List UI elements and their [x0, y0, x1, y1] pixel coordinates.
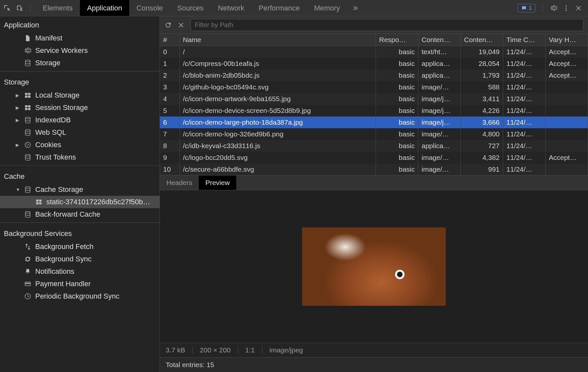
refresh-icon[interactable]: [164, 22, 172, 29]
database-icon: [23, 129, 32, 136]
main-area: ApplicationManifestService WorkersStorag…: [0, 16, 588, 372]
clear-icon[interactable]: [178, 22, 185, 29]
table-row[interactable]: 1/c/Compress-00b1eafa.jsbasicapplica…28,…: [160, 58, 588, 70]
close-icon[interactable]: [575, 5, 582, 12]
issues-badge[interactable]: 1: [518, 4, 535, 12]
sidebar-item[interactable]: Back-forward Cache: [0, 208, 160, 221]
table-row[interactable]: 2/c/blob-anim-2db05bdc.jsbasicapplica…1,…: [160, 70, 588, 81]
table-row[interactable]: 5/c/icon-demo-device-screen-5d52d8b9.jpg…: [160, 105, 588, 116]
content-pane: #NameRespo…Conten…Conten…Time C…Vary H… …: [160, 16, 588, 372]
sidebar-item[interactable]: Service Workers: [0, 44, 160, 57]
column-header[interactable]: Name: [179, 34, 376, 46]
table-row[interactable]: 9/c/logo-bcc20dd5.svgbasicimage/…4,38211…: [160, 152, 588, 163]
sidebar-item[interactable]: ▶IndexedDB: [0, 114, 160, 126]
column-header[interactable]: #: [160, 34, 179, 46]
svg-point-17: [27, 145, 28, 146]
svg-point-1: [565, 8, 567, 9]
sidebar-item-label: Trust Tokens: [35, 153, 76, 162]
cell-ctype: text/ht…: [418, 46, 461, 58]
cache-filter-bar: [160, 16, 588, 34]
preview-infobar: 3.7 kB 200 × 200 1:1 image/jpeg: [160, 343, 588, 357]
svg-rect-5: [28, 93, 30, 95]
kebab-icon[interactable]: [563, 5, 570, 12]
table-row[interactable]: 0/basictext/ht…19,04911/24/…Accept…: [160, 46, 588, 58]
section-title: Storage: [0, 73, 160, 89]
device-toggle-icon[interactable]: [16, 4, 23, 12]
svg-rect-9: [28, 105, 30, 107]
grid-icon: [23, 92, 32, 99]
column-header[interactable]: Vary H…: [546, 34, 588, 46]
svg-point-0: [565, 5, 567, 7]
cell-idx: 5: [160, 105, 179, 116]
table-row[interactable]: 4/c/icon-demo-artwork-9eba1655.jpgbasici…: [160, 93, 588, 105]
tab-elements[interactable]: Elements: [36, 0, 80, 16]
svg-rect-4: [25, 93, 27, 95]
sidebar-item[interactable]: Background Sync: [0, 253, 160, 265]
sidebar-item[interactable]: ▶Cookies: [0, 139, 160, 151]
tab-sources[interactable]: Sources: [170, 0, 211, 16]
cell-resp: basic: [376, 140, 418, 152]
table-row[interactable]: 10/c/secure-a66bbdfe.svgbasicimage/…9911…: [160, 163, 588, 175]
sidebar-item[interactable]: ▶Local Storage: [0, 89, 160, 101]
sidebar-item-label: Cookies: [35, 141, 61, 149]
column-header[interactable]: Conten…: [461, 34, 503, 46]
cell-idx: 1: [160, 58, 179, 70]
svg-rect-7: [28, 96, 30, 98]
column-header[interactable]: Respo…: [376, 34, 418, 46]
tabs-overflow[interactable]: [347, 5, 364, 12]
cell-name: /: [179, 46, 376, 58]
cell-clen: 4,226: [461, 105, 503, 116]
cell-clen: 3,666: [461, 116, 503, 128]
cell-vary: [546, 105, 588, 116]
tab-performance[interactable]: Performance: [251, 0, 307, 16]
sidebar-item[interactable]: Notifications: [0, 265, 160, 278]
cell-ctype: image/j…: [418, 93, 461, 105]
inspect-icon[interactable]: [3, 4, 11, 12]
tab-console[interactable]: Console: [129, 0, 170, 16]
application-sidebar: ApplicationManifestService WorkersStorag…: [0, 16, 160, 372]
table-body: 0/basictext/ht…19,04911/24/…Accept…1/c/C…: [160, 46, 588, 176]
sidebar-item[interactable]: Periodic Background Sync: [0, 290, 160, 302]
gear-icon[interactable]: [550, 5, 557, 12]
sidebar-item-label: Cache Storage: [35, 185, 83, 194]
table-row[interactable]: 8/c/idb-keyval-c33d3116.jsbasicapplica…7…: [160, 140, 588, 152]
cell-vary: [546, 140, 588, 152]
separator: [543, 4, 543, 12]
sidebar-item[interactable]: Storage: [0, 57, 160, 69]
sidebar-item[interactable]: ▶Session Storage: [0, 101, 160, 114]
cell-idx: 7: [160, 128, 179, 140]
sidebar-item-label: Back-forward Cache: [35, 210, 100, 219]
cell-vary: [546, 128, 588, 140]
svg-point-14: [25, 142, 31, 148]
sidebar-item[interactable]: Web SQL: [0, 126, 160, 139]
sidebar-item[interactable]: Payment Handler: [0, 278, 160, 290]
tab-application[interactable]: Application: [80, 0, 130, 16]
table-row[interactable]: 6/c/icon-demo-large-photo-18da387a.jpgba…: [160, 116, 588, 128]
sidebar-item[interactable]: Manifest: [0, 32, 160, 44]
cell-idx: 0: [160, 46, 179, 58]
tab-network[interactable]: Network: [211, 0, 252, 16]
sidebar-item[interactable]: ▼Cache Storage: [0, 183, 160, 196]
cell-vary: [546, 93, 588, 105]
filter-input[interactable]: [191, 19, 583, 31]
cell-time: 11/24/…: [503, 70, 546, 81]
cell-ctype: applica…: [418, 70, 461, 81]
card-icon: [23, 280, 32, 287]
cell-vary: Accept…: [546, 152, 588, 163]
sidebar-item[interactable]: static-3741017226db5c27f50b…: [0, 196, 160, 208]
chevron-down-icon: ▼: [16, 187, 20, 192]
cell-clen: 588: [461, 81, 503, 93]
column-header[interactable]: Conten…: [418, 34, 461, 46]
column-header[interactable]: Time C…: [503, 34, 546, 46]
cell-idx: 6: [160, 116, 179, 128]
table-row[interactable]: 3/c/github-logo-bc05494c.svgbasicimage/……: [160, 81, 588, 93]
tab-memory[interactable]: Memory: [307, 0, 347, 16]
table-row[interactable]: 7/c/icon-demo-logo-326ed9b6.pngbasicimag…: [160, 128, 588, 140]
sidebar-item[interactable]: Trust Tokens: [0, 151, 160, 163]
detail-tab-preview[interactable]: Preview: [199, 176, 236, 190]
sidebar-item-label: Session Storage: [35, 103, 88, 112]
sidebar-item[interactable]: Background Fetch: [0, 240, 160, 253]
detail-tab-headers[interactable]: Headers: [160, 176, 199, 190]
cell-idx: 4: [160, 93, 179, 105]
info-size: 3.7 kB: [166, 346, 193, 354]
